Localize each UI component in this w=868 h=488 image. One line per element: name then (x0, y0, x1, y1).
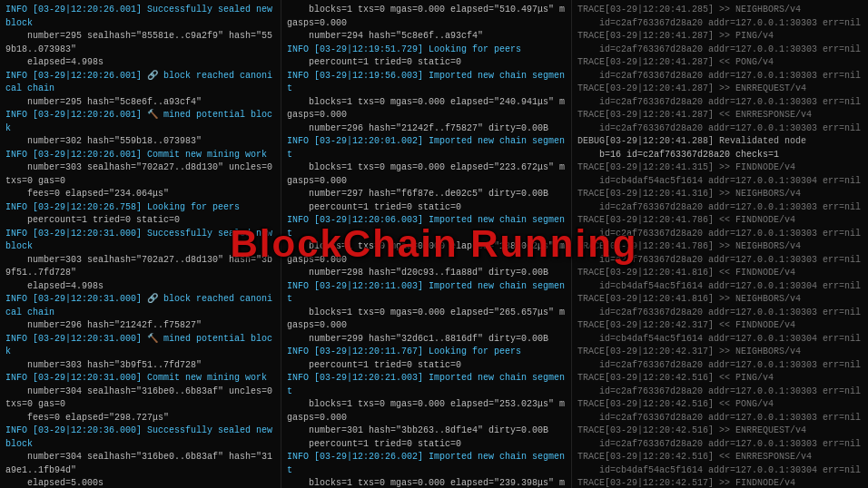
log-line: blocks=1 txs=0 mgas=0.000 elapsed="223.6… (287, 161, 566, 188)
log-line: number=296 hash="21242f..f75827" dirty=0… (287, 122, 566, 136)
log-line: id=c2af763367d28a20 addr=127.0.0.1:30303… (577, 122, 863, 136)
log-line: number=301 hash="3bb263..8df1e4" dirty=0… (287, 425, 566, 438)
log-line: elapsed=4.998s (5, 56, 275, 70)
log-line: INFO [03-29|12:20:31.000] 🔨 mined potent… (5, 333, 275, 359)
log-line: INFO [03-29|12:20:21.003] Imported new c… (287, 372, 566, 398)
log-line: peercount=1 tried=0 static=0 (287, 201, 566, 215)
log-line: b=16 id=c2af763367d28a20 checks=1 (577, 149, 863, 162)
log-line: TRACE[03-29|12:20:42.516] << ENRRESPONSE… (577, 451, 863, 464)
log-line: peercount=1 tried=0 static=0 (287, 56, 566, 70)
log-line: TRACE[03-29|12:20:42.517] >> FINDNODE/v4 (577, 477, 863, 488)
log-line: TRACE[03-29|12:20:41.786] << FINDNODE/v4 (577, 214, 863, 228)
log-line: number=304 sealhash="316be0..6b83af" has… (5, 451, 275, 477)
log-line: peercount=1 tried=0 static=0 (287, 438, 566, 452)
log-line: number=294 hash="5c8e6f..a93cf4" (287, 30, 566, 44)
log-line: number=295 hash="5c8e6f..a93cf4" (5, 96, 275, 110)
log-line: id=c2af763367d28a20 addr=127.0.0.1:30303… (577, 17, 863, 31)
log-line: TRACE[03-29|12:20:42.516] << PING/v4 (577, 372, 863, 386)
log-line: INFO [03-29|12:20:31.000] Commit new min… (5, 372, 275, 386)
log-line: INFO [03-29|12:20:06.003] Imported new c… (287, 214, 566, 240)
log-line: id=c2af763367d28a20 addr=127.0.0.1:30303… (577, 96, 863, 110)
log-line: number=303 sealhash="702a27..d8d130" unc… (5, 161, 275, 188)
log-line: number=297 hash="f6f87e..de02c5" dirty=0… (287, 188, 566, 201)
log-line: blocks=1 txs=0 mgas=0.000 elapsed="188.0… (287, 240, 566, 267)
log-line: id=cb4daf54ac5f1614 addr=127.0.0.1:30304… (577, 333, 863, 346)
log-line: INFO [03-29|12:20:11.767] Looking for pe… (287, 346, 566, 359)
log-line: DEBUG[03-29|12:20:41.288] Revalidated no… (577, 135, 863, 149)
log-line: TRACE[03-29|12:20:41.285] >> NEIGHBORS/v… (577, 4, 863, 17)
terminal-container: INFO [03-29|12:20:26.001] Successfully s… (0, 0, 868, 488)
log-line: INFO [03-29|12:20:26.001] Successfully s… (5, 4, 275, 30)
log-line: id=cb4daf54ac5f1614 addr=127.0.0.1:30304… (577, 175, 863, 189)
log-line: number=303 sealhash="702a27..d8d130" has… (5, 254, 275, 280)
log-line: INFO [03-29|12:20:26.002] Imported new c… (287, 451, 566, 477)
log-line: peercount=1 tried=0 static=0 (287, 359, 566, 373)
log-line: number=296 hash="21242f..f75827" (5, 319, 275, 333)
log-line: blocks=1 txs=0 mgas=0.000 elapsed="265.6… (287, 307, 566, 333)
log-line: INFO [03-29|12:19:51.729] Looking for pe… (287, 44, 566, 57)
log-line: id=cb4daf54ac5f1614 addr=127.0.0.1:30304… (577, 280, 863, 294)
log-line: number=304 sealhash="316be0..6b83af" unc… (5, 386, 275, 412)
log-line: TRACE[03-29|12:20:41.287] << PONG/v4 (577, 56, 863, 70)
log-line: id=cb4daf54ac5f1614 addr=127.0.0.1:30304… (577, 464, 863, 478)
log-line: blocks=1 txs=0 mgas=0.000 elapsed="239.3… (287, 477, 566, 488)
log-line: INFO [03-29|12:20:26.001] 🔗 block reache… (5, 70, 275, 96)
log-line: id=c2af763367d28a20 addr=127.0.0.1:30303… (577, 228, 863, 241)
log-line: INFO [03-29|12:20:31.000] Successfully s… (5, 228, 275, 254)
log-line: id=c2af763367d28a20 addr=127.0.0.1:30303… (577, 44, 863, 57)
log-line: id=c2af763367d28a20 addr=127.0.0.1:30303… (577, 412, 863, 425)
log-line: INFO [03-29|12:20:26.758] Looking for pe… (5, 201, 275, 215)
log-line: TRACE[03-29|12:20:41.287] >> ENRREQUEST/… (577, 83, 863, 96)
log-line: number=303 hash="3b9f51..7fd728" (5, 359, 275, 373)
log-line: TRACE[03-29|12:20:42.516] >> ENRREQUEST/… (577, 425, 863, 438)
log-line: number=298 hash="d20c93..f1a88d" dirty=0… (287, 267, 566, 280)
log-line: TRACE[03-29|12:20:41.287] >> PING/v4 (577, 30, 863, 44)
log-line: id=c2af763367d28a20 addr=127.0.0.1:30303… (577, 307, 863, 320)
log-line: elapsed=4.998s (5, 280, 275, 294)
log-line: fees=0 elapsed="298.727μs" (5, 412, 275, 425)
log-line: id=c2af763367d28a20 addr=127.0.0.1:30303… (577, 70, 863, 83)
log-line: number=302 hash="559b18..073983" (5, 135, 275, 149)
log-line: id=c2af763367d28a20 addr=127.0.0.1:30303… (577, 201, 863, 215)
log-line: TRACE[03-29|12:20:41.316] >> NEIGHBORS/v… (577, 188, 863, 201)
panel-middle: blocks=1 txs=0 mgas=0.000 elapsed="510.4… (281, 0, 572, 488)
log-line: INFO [03-29|12:20:26.001] Commit new min… (5, 149, 275, 162)
log-line: id=c2af763367d28a20 addr=127.0.0.1:30303… (577, 386, 863, 399)
log-line: INFO [03-29|12:20:36.000] Successfully s… (5, 425, 275, 451)
log-line: number=295 sealhash="85581e..c9a2f9" has… (5, 30, 275, 56)
log-line: INFO [03-29|12:19:56.003] Imported new c… (287, 70, 566, 96)
log-line: TRACE[03-29|12:20:42.516] << PONG/v4 (577, 398, 863, 412)
log-line: blocks=1 txs=0 mgas=0.000 elapsed="510.4… (287, 4, 566, 30)
log-line: id=c2af763367d28a20 addr=127.0.0.1:30303… (577, 438, 863, 452)
log-line: INFO [03-29|12:20:01.002] Imported new c… (287, 135, 566, 161)
log-line: INFO [03-29|12:20:11.003] Imported new c… (287, 280, 566, 307)
log-line: fees=0 elapsed="234.064μs" (5, 188, 275, 201)
log-line: INFO [03-29|12:20:31.000] 🔗 block reache… (5, 293, 275, 319)
log-line: id=c2af763367d28a20 addr=127.0.0.1:30303… (577, 359, 863, 373)
log-line: TRACE[03-29|12:20:41.816] << FINDNODE/v4 (577, 267, 863, 280)
log-line: TRACE[03-29|12:20:42.317] >> NEIGHBORS/v… (577, 346, 863, 359)
log-line: TRACE[03-29|12:20:42.317] << FINDNODE/v4 (577, 319, 863, 333)
log-line: INFO [03-29|12:20:26.001] 🔨 mined potent… (5, 109, 275, 135)
log-line: peercount=1 tried=0 static=0 (5, 214, 275, 228)
log-line: TRACE[03-29|12:20:41.816] >> NEIGHBORS/v… (577, 293, 863, 307)
log-line: number=299 hash="32d6c1..8816df" dirty=0… (287, 333, 566, 346)
log-line: TRACE[03-29|12:20:41.786] >> NEIGHBORS/v… (577, 240, 863, 254)
log-line: blocks=1 txs=0 mgas=0.000 elapsed="240.9… (287, 96, 566, 122)
log-line: blocks=1 txs=0 mgas=0.000 elapsed="253.0… (287, 398, 566, 425)
log-line: elapsed=5.000s (5, 477, 275, 488)
log-line: id=c2af763367d28a20 addr=127.0.0.1:30303… (577, 254, 863, 268)
panel-right: TRACE[03-29|12:20:41.285] >> NEIGHBORS/v… (572, 0, 868, 488)
log-line: TRACE[03-29|12:20:41.315] >> FINDNODE/v4 (577, 161, 863, 175)
panel-left: INFO [03-29|12:20:26.001] Successfully s… (0, 0, 281, 488)
log-line: TRACE[03-29|12:20:41.287] << ENRRESPONSE… (577, 109, 863, 122)
